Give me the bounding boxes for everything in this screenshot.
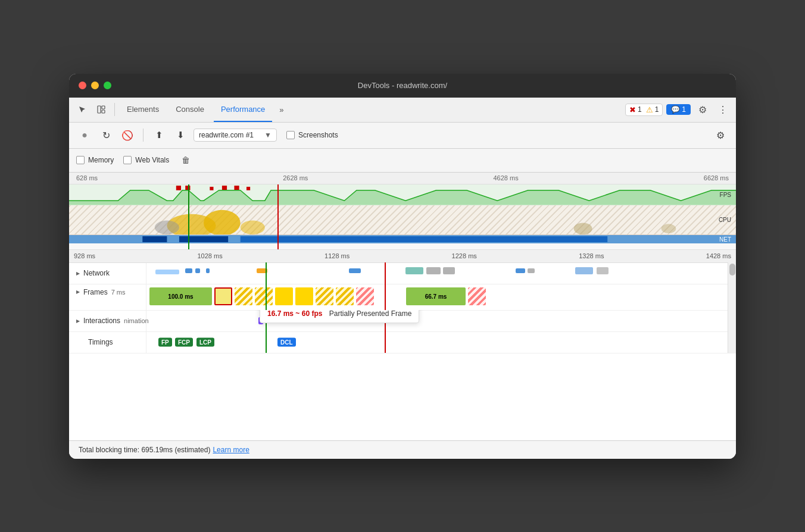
close-button[interactable] bbox=[79, 82, 86, 89]
svg-rect-1 bbox=[102, 106, 105, 109]
frame-block-hatch-red2[interactable] bbox=[468, 287, 486, 305]
frames-scrollbar bbox=[728, 284, 736, 310]
green-cursor-detail bbox=[266, 262, 267, 284]
net-label: NET bbox=[719, 236, 731, 242]
timeline-overview[interactable]: 628 ms 2628 ms 4628 ms 6628 ms FPS bbox=[69, 173, 736, 250]
frame-block-yellow[interactable] bbox=[295, 287, 313, 305]
network-bar bbox=[426, 267, 441, 274]
frame-block-hatch-yellow[interactable] bbox=[336, 287, 354, 305]
fps-chart: FPS bbox=[69, 184, 736, 205]
dcl-badge: DCL bbox=[277, 338, 296, 347]
inspect-icon[interactable] bbox=[93, 101, 110, 118]
fcp-badge: FCP bbox=[175, 338, 193, 347]
svg-marker-9 bbox=[69, 190, 736, 204]
profile-select[interactable]: readwrite.com #1 ▼ bbox=[194, 129, 277, 142]
svg-rect-0 bbox=[98, 106, 101, 113]
svg-rect-8 bbox=[247, 186, 250, 190]
performance-toolbar: ● ↻ 🚫 ⬆ ⬇ readwrite.com #1 ▼ Screenshots… bbox=[69, 123, 736, 149]
frame-block-hatch-yellow[interactable] bbox=[316, 287, 333, 305]
tab-badges: ✖ 1 ⚠ 1 💬 1 ⚙ ⋮ bbox=[625, 101, 731, 118]
frame-block-hatch-red[interactable] bbox=[356, 287, 374, 305]
frame-tooltip: 16.7 ms ~ 60 fps Partially Presented Fra… bbox=[260, 310, 419, 323]
ruler-marks: 628 ms 2628 ms 4628 ms 6628 ms bbox=[76, 174, 729, 181]
network-bar bbox=[195, 268, 200, 273]
web-vitals-checkbox[interactable] bbox=[123, 156, 132, 164]
web-vitals-option[interactable]: Web Vitals bbox=[123, 156, 169, 164]
tab-divider-1 bbox=[114, 103, 115, 116]
overview-ruler: 628 ms 2628 ms 4628 ms 6628 ms bbox=[69, 173, 736, 184]
trash-button[interactable]: 🗑 bbox=[179, 153, 193, 167]
tab-elements[interactable]: Elements bbox=[120, 97, 166, 122]
detail-timeline[interactable]: 928 ms 1028 ms 1128 ms 1228 ms 1328 ms 1… bbox=[69, 250, 736, 440]
frame-block-hatch-yellow[interactable] bbox=[235, 287, 252, 305]
svg-point-12 bbox=[241, 220, 265, 234]
fp-badge: FP bbox=[158, 338, 172, 347]
network-expand-icon[interactable]: ▶ bbox=[76, 271, 80, 276]
toolbar-gear-button[interactable]: ⚙ bbox=[712, 127, 729, 143]
reload-button[interactable]: ↻ bbox=[98, 127, 114, 143]
svg-rect-19 bbox=[241, 236, 608, 242]
memory-checkbox[interactable] bbox=[76, 156, 85, 164]
track-scrollbar[interactable] bbox=[728, 262, 736, 284]
tab-performance[interactable]: Performance bbox=[214, 97, 272, 122]
screenshots-checkbox[interactable] bbox=[286, 131, 295, 139]
more-options-icon[interactable]: ⋮ bbox=[714, 101, 731, 118]
titlebar: DevTools - readwrite.com/ bbox=[69, 74, 736, 98]
error-badge[interactable]: ✖ 1 ⚠ 1 bbox=[625, 104, 663, 116]
timings-track-label: Timings bbox=[69, 332, 146, 353]
frame-block-yellow[interactable] bbox=[275, 287, 293, 305]
detail-ruler-marks: 928 ms 1028 ms 1128 ms 1228 ms 1328 ms 1… bbox=[69, 252, 736, 259]
record-button[interactable]: ● bbox=[76, 127, 93, 143]
settings-icon[interactable]: ⚙ bbox=[694, 101, 711, 118]
svg-rect-3 bbox=[176, 185, 181, 190]
frame-block-green2[interactable]: 66.7 ms bbox=[406, 287, 466, 305]
network-track-label[interactable]: ▶ Network bbox=[69, 263, 146, 284]
net-bar: NET bbox=[69, 235, 736, 243]
frame-block-hatch-yellow[interactable] bbox=[255, 287, 273, 305]
svg-point-13 bbox=[155, 220, 179, 234]
network-bar bbox=[185, 268, 192, 273]
detail-ruler: 928 ms 1028 ms 1128 ms 1228 ms 1328 ms 1… bbox=[69, 250, 736, 263]
network-bar bbox=[597, 267, 609, 274]
timings-track[interactable]: Timings FP FCP LCP DCL bbox=[69, 332, 736, 353]
cpu-label: CPU bbox=[719, 217, 731, 223]
download-button[interactable]: ⬇ bbox=[172, 127, 189, 143]
clear-button[interactable]: 🚫 bbox=[119, 127, 136, 143]
interactions-track[interactable]: ▶ Interactions nimation 16.7 ms ~ 60 fps… bbox=[69, 311, 736, 332]
interactions-scrollbar bbox=[728, 310, 736, 331]
network-bar bbox=[349, 268, 361, 273]
maximize-button[interactable] bbox=[104, 82, 111, 89]
frames-track-content: 100.0 ms 66.7 ms bbox=[146, 284, 728, 310]
chat-badge[interactable]: 💬 1 bbox=[666, 104, 691, 115]
interactions-track-label[interactable]: ▶ Interactions nimation bbox=[69, 311, 146, 331]
timings-scrollbar bbox=[728, 331, 736, 353]
frame-block-green[interactable]: 100.0 ms bbox=[149, 287, 212, 305]
tab-console[interactable]: Console bbox=[169, 97, 211, 122]
scrollbar-thumb bbox=[729, 264, 735, 276]
minimize-button[interactable] bbox=[91, 82, 99, 89]
interactions-track-content: 16.7 ms ~ 60 fps Partially Presented Fra… bbox=[146, 310, 728, 331]
network-bar bbox=[155, 270, 179, 274]
svg-rect-6 bbox=[222, 185, 227, 190]
lcp-badge: LCP bbox=[196, 338, 214, 347]
interactions-expand-icon[interactable]: ▶ bbox=[76, 318, 80, 324]
frames-expand-icon[interactable]: ▶ bbox=[76, 289, 80, 295]
upload-button[interactable]: ⬆ bbox=[151, 127, 167, 143]
red-cursor-timings bbox=[385, 331, 386, 353]
frame-block-selected[interactable] bbox=[214, 287, 232, 305]
devtools-window: DevTools - readwrite.com/ Elements Conso… bbox=[69, 74, 736, 459]
frames-track-label[interactable]: ▶ Frames 7 ms bbox=[69, 284, 146, 310]
cursor-icon[interactable] bbox=[74, 101, 91, 118]
memory-option[interactable]: Memory bbox=[76, 156, 114, 164]
network-bar bbox=[575, 267, 593, 274]
svg-rect-18 bbox=[179, 236, 228, 242]
network-track[interactable]: ▶ Network bbox=[69, 263, 736, 284]
frames-track[interactable]: ▶ Frames 7 ms 100.0 ms bbox=[69, 284, 736, 311]
screenshots-toggle[interactable]: Screenshots bbox=[282, 129, 343, 141]
svg-rect-2 bbox=[102, 110, 105, 113]
tab-more[interactable]: » bbox=[274, 103, 288, 117]
fps-label: FPS bbox=[720, 191, 731, 198]
window-title: DevTools - readwrite.com/ bbox=[358, 81, 447, 90]
learn-more-link[interactable]: Learn more bbox=[213, 446, 249, 454]
toolbar-divider-1 bbox=[143, 129, 143, 142]
